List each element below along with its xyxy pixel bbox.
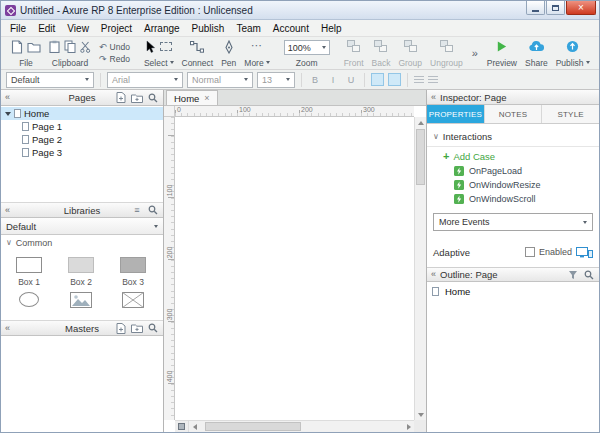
add-case-label: Add Case xyxy=(453,151,495,162)
adaptive-views-icon[interactable] xyxy=(576,247,593,258)
underline-button[interactable]: U xyxy=(344,73,358,87)
add-case-button[interactable]: + Add Case xyxy=(427,147,599,164)
open-file-button[interactable] xyxy=(27,41,41,53)
add-page-button[interactable] xyxy=(115,92,127,104)
bold-button[interactable]: B xyxy=(308,73,322,87)
widget-style-select[interactable]: Default xyxy=(6,72,94,88)
cut-button[interactable] xyxy=(80,41,91,53)
widget-box1[interactable]: Box 1 xyxy=(3,252,55,287)
search-outline-button[interactable] xyxy=(583,269,595,281)
fill-color-swatch[interactable] xyxy=(371,73,384,86)
page-item-home[interactable]: Home xyxy=(1,107,163,120)
undo-button[interactable]: ↶Undo xyxy=(99,42,130,52)
outline-filter-button[interactable] xyxy=(567,269,579,281)
menu-arrange[interactable]: Arrange xyxy=(138,22,186,35)
event-onwindowresize[interactable]: OnWindowResize xyxy=(427,178,599,192)
tab-close-icon[interactable]: × xyxy=(204,94,209,103)
widget-ellipse[interactable] xyxy=(3,287,55,308)
page-item-page2[interactable]: Page 2 xyxy=(1,133,163,146)
canvas-horizontal-scrollbar[interactable] xyxy=(175,420,414,432)
search-libraries-button[interactable] xyxy=(147,204,159,216)
more-events-select[interactable]: More Events xyxy=(433,213,593,231)
expander-icon[interactable] xyxy=(5,112,11,116)
menu-project[interactable]: Project xyxy=(95,22,138,35)
font-family-select[interactable]: Arial xyxy=(107,72,183,88)
copy-button[interactable] xyxy=(64,40,76,53)
widget-box2[interactable]: Box 2 xyxy=(55,252,107,287)
share-button[interactable]: Share xyxy=(521,38,552,68)
menu-publish[interactable]: Publish xyxy=(186,22,231,35)
menu-account[interactable]: Account xyxy=(267,22,315,35)
horizontal-scroll-thumb[interactable] xyxy=(205,422,301,431)
scroll-down-button[interactable] xyxy=(415,409,426,420)
redo-button[interactable]: ↷Redo xyxy=(99,54,130,64)
page-item-page1[interactable]: Page 1 xyxy=(1,120,163,133)
scroll-left-button[interactable] xyxy=(189,421,200,432)
pen-button[interactable]: Pen xyxy=(217,38,240,68)
libraries-menu-button[interactable]: ≡ xyxy=(131,204,143,216)
collapse-libraries-button[interactable]: « xyxy=(5,206,10,215)
collapse-inspector-button[interactable]: « xyxy=(431,93,436,102)
paste-button[interactable] xyxy=(49,40,60,53)
adaptive-enabled-checkbox[interactable] xyxy=(525,247,535,257)
align-left-icon[interactable] xyxy=(414,76,424,84)
menu-help[interactable]: Help xyxy=(315,22,348,35)
event-onwindowscroll[interactable]: OnWindowScroll xyxy=(427,192,599,206)
maximize-button[interactable] xyxy=(546,1,565,15)
connect-button[interactable]: Connect xyxy=(178,38,218,68)
design-canvas[interactable] xyxy=(175,117,414,420)
group-button[interactable]: Group xyxy=(394,38,426,68)
scroll-right-button[interactable] xyxy=(403,421,414,432)
zoom-select[interactable]: 100% xyxy=(284,40,330,55)
marquee-select-icon xyxy=(160,42,172,51)
widget-image[interactable] xyxy=(55,287,107,308)
font-size-select[interactable]: 13 xyxy=(257,72,295,88)
align-center-icon[interactable] xyxy=(428,76,438,84)
tab-properties[interactable]: PROPERTIES xyxy=(427,105,485,123)
collapse-masters-button[interactable]: « xyxy=(5,324,10,333)
vertical-scroll-thumb[interactable] xyxy=(416,129,425,185)
widget-box3[interactable]: Box 3 xyxy=(107,252,159,287)
publish-button[interactable]: Publish xyxy=(552,38,594,68)
canvas-vertical-scrollbar[interactable] xyxy=(414,117,426,420)
tab-notes[interactable]: NOTES xyxy=(485,105,543,123)
bring-front-button[interactable]: Front xyxy=(340,38,368,68)
collapse-outline-button[interactable]: « xyxy=(431,270,436,279)
page-label: Page 1 xyxy=(32,121,62,132)
scroll-up-button[interactable] xyxy=(415,117,426,128)
line-color-swatch[interactable] xyxy=(388,73,401,86)
add-folder-button[interactable] xyxy=(131,92,143,104)
ungroup-button[interactable]: Ungroup xyxy=(426,38,467,68)
box2-widget-icon xyxy=(68,257,94,273)
menu-file[interactable]: File xyxy=(4,22,32,35)
widget-placeholder[interactable] xyxy=(107,287,159,308)
event-onpageload[interactable]: OnPageLoad xyxy=(427,164,599,178)
library-select[interactable]: Default xyxy=(1,218,163,235)
close-button[interactable]: × xyxy=(566,1,596,15)
scissors-icon xyxy=(80,41,91,53)
menu-view[interactable]: View xyxy=(61,22,95,35)
menu-edit[interactable]: Edit xyxy=(32,22,61,35)
preview-button[interactable]: Preview xyxy=(483,38,521,68)
library-section-common[interactable]: ∨ Common xyxy=(1,235,163,250)
search-pages-button[interactable] xyxy=(147,92,159,104)
minimize-button[interactable] xyxy=(526,1,545,15)
tab-home[interactable]: Home × xyxy=(166,90,218,105)
outline-item-home[interactable]: Home xyxy=(427,284,599,299)
canvas-options-button[interactable] xyxy=(175,421,189,432)
collapse-pages-button[interactable]: « xyxy=(5,93,10,102)
add-master-folder-button[interactable] xyxy=(131,322,143,334)
new-file-button[interactable] xyxy=(11,40,23,54)
add-master-button[interactable] xyxy=(115,322,127,334)
menu-team[interactable]: Team xyxy=(230,22,266,35)
italic-button[interactable]: I xyxy=(326,73,340,87)
send-back-button[interactable]: Back xyxy=(368,38,395,68)
toolbar-overflow-button[interactable]: » xyxy=(467,47,483,59)
tab-style[interactable]: STYLE xyxy=(542,105,599,123)
more-tools-button[interactable]: ⋯ More xyxy=(240,38,273,68)
select-mode-group[interactable]: Select xyxy=(140,38,178,68)
font-weight-select[interactable]: Normal xyxy=(187,72,253,88)
interactions-section-header[interactable]: ∨ Interactions xyxy=(427,127,599,147)
page-item-page3[interactable]: Page 3 xyxy=(1,146,163,159)
search-masters-button[interactable] xyxy=(147,322,159,334)
